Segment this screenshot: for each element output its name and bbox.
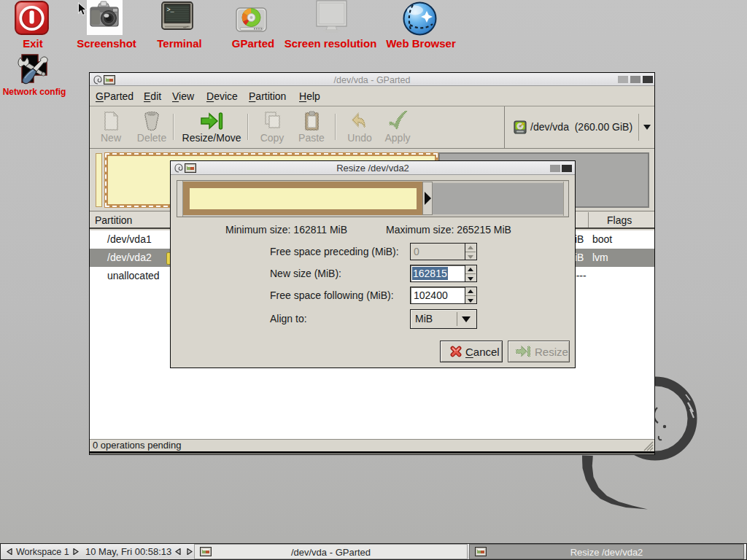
svg-text:>_: >_ bbox=[167, 7, 175, 14]
